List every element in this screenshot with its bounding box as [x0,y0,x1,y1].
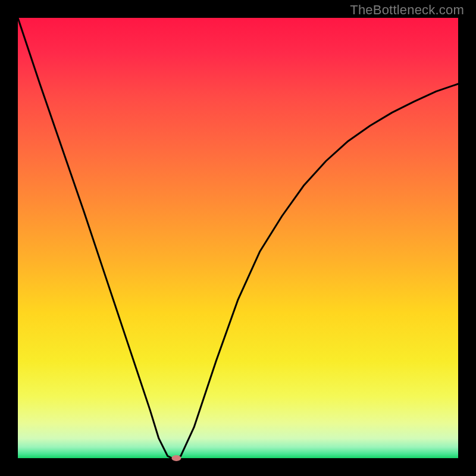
watermark-text: TheBottleneck.com [350,2,464,18]
bottleneck-plot [0,0,476,476]
plot-background [18,18,458,458]
chart-frame: TheBottleneck.com [0,0,476,476]
optimum-marker [171,455,181,461]
